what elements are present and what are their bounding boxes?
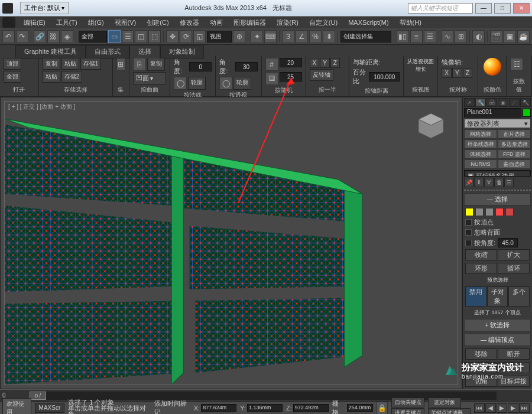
maximize-button[interactable]: □	[494, 3, 511, 14]
loop-btn[interactable]: 循环	[498, 263, 530, 274]
editvert-rollout[interactable]: — 编辑顶点	[464, 334, 531, 346]
ribbon-tab-freeform[interactable]: 自由形式	[86, 45, 129, 58]
edge-mode-icon[interactable]	[475, 208, 484, 216]
selobj-dd[interactable]: 选定对象	[428, 397, 461, 408]
by-vertex-checkbox[interactable]	[465, 219, 472, 226]
select-name-button[interactable]: ☰	[122, 30, 134, 43]
extrude-btn[interactable]: 挤出	[465, 362, 497, 373]
preview-multi-btn[interactable]: 多个	[508, 286, 530, 307]
select-button[interactable]: ▭	[108, 30, 121, 43]
all-button[interactable]: 全部	[4, 71, 21, 83]
menu-help[interactable]: 帮助(H)	[395, 17, 426, 28]
snap-button[interactable]: 3	[282, 30, 294, 43]
spinner-snap-button[interactable]: ⬍	[323, 30, 335, 43]
manipulate-button[interactable]: ✦	[251, 30, 263, 43]
color-ball-icon[interactable]	[484, 58, 501, 76]
autokey-btn[interactable]: 自动关键点	[391, 397, 424, 408]
menu-group[interactable]: 组(G)	[83, 17, 109, 28]
shrink-btn[interactable]: 收缩	[465, 249, 497, 260]
coord-y[interactable]: 1.136mm	[247, 404, 283, 412]
random-input-2[interactable]	[280, 72, 302, 82]
layers-button[interactable]: ☰	[424, 30, 436, 43]
top-button[interactable]: 顶部	[4, 58, 21, 70]
ribbon-tab-select[interactable]: 选择	[129, 45, 160, 58]
unique-icon[interactable]: ∀	[484, 178, 494, 187]
minimize-button[interactable]: —	[475, 3, 492, 14]
utilities-tab[interactable]: 🔨	[520, 98, 531, 107]
material-editor-button[interactable]: ◐	[472, 30, 485, 43]
rotate-button[interactable]: ⟳	[180, 30, 192, 43]
configure-icon[interactable]: ☰	[504, 178, 514, 187]
coord-z[interactable]: 972.492m	[293, 404, 329, 412]
by-angle-checkbox[interactable]	[465, 240, 472, 246]
angle-val-input[interactable]	[498, 238, 518, 247]
undo-button[interactable]: ↶	[2, 30, 15, 43]
show-end-icon[interactable]: Ⅱ	[474, 178, 484, 187]
modify-tab[interactable]: 🔧	[475, 98, 486, 107]
menu-views[interactable]: 视图(V)	[110, 17, 141, 28]
paste-button[interactable]: 粘贴	[61, 58, 79, 70]
flip-axis-btn[interactable]: 反转轴	[310, 69, 333, 81]
outline2-btn[interactable]: 轮廓	[233, 77, 251, 90]
welcome-tab[interactable]: 欢迎使用	[2, 398, 31, 415]
outline-btn[interactable]: 轮廓	[188, 77, 206, 90]
viewcube[interactable]	[416, 111, 446, 141]
selection-rollout[interactable]: — 选择	[464, 193, 531, 206]
menu-customize[interactable]: 自定义(U)	[304, 17, 342, 28]
goto-start-icon[interactable]: ⏮	[474, 403, 485, 413]
keyboard-button[interactable]: ⌨	[264, 30, 277, 43]
search-input[interactable]: 键入关键字或短语	[408, 3, 473, 14]
sets-icon[interactable]: ⊞	[116, 58, 125, 71]
menu-maxscript[interactable]: MAXScript(M)	[343, 18, 393, 27]
half-z[interactable]: Z	[330, 58, 340, 68]
viewport-label[interactable]: [ + ] [ 正交 ] [边面 + 边面 ]	[8, 103, 75, 111]
maxscript-tab[interactable]: MAXScr	[35, 403, 65, 413]
display-tab[interactable]: ☄	[509, 98, 520, 107]
menu-grapheditors[interactable]: 图形编辑器	[229, 17, 271, 28]
outline2-icon[interactable]: ◯	[219, 77, 232, 90]
angle-input-1[interactable]	[189, 62, 212, 71]
bind-button[interactable]: ◈	[61, 30, 73, 43]
store1-button[interactable]: 存储1	[80, 58, 102, 70]
ref-coord-dropdown[interactable]: 视图	[207, 31, 232, 43]
setkey-btn[interactable]: 设置关键点	[391, 408, 424, 414]
break-btn[interactable]: 断开	[498, 348, 530, 360]
align-button[interactable]: ≡	[410, 30, 423, 43]
close-button[interactable]: ✕	[513, 3, 530, 14]
select-region-button[interactable]: ◫	[135, 30, 147, 43]
vertex-mode-icon[interactable]	[465, 208, 473, 216]
selection-filter[interactable]: 全部	[79, 31, 107, 43]
lock-icon[interactable]: 🔒	[377, 402, 388, 415]
border-mode-icon[interactable]	[485, 208, 494, 216]
ribbon-tab-graphite[interactable]: Graphite 建模工具	[15, 45, 86, 58]
nurms-btn[interactable]: NURMS	[464, 159, 497, 169]
mesh-select-btn[interactable]: 网格选择	[464, 129, 497, 139]
redo-button[interactable]: ↷	[16, 30, 28, 43]
percent-snap-button[interactable]: %	[309, 30, 322, 43]
render-button[interactable]: ☕	[517, 30, 530, 43]
softsel-rollout[interactable]: + 软选择	[464, 319, 531, 331]
pin-stack-icon[interactable]: 📌	[464, 178, 473, 187]
ring-btn[interactable]: 环形	[465, 263, 497, 274]
play-icon[interactable]: ▶	[497, 403, 507, 413]
grow-btn[interactable]: 扩大	[498, 249, 530, 260]
create-tab[interactable]: ↗	[464, 98, 475, 107]
pivot-button[interactable]: ⊕	[233, 30, 245, 43]
modifier-stack[interactable]: ▣ 可编辑多边形 — 顶点 — 边 — 边界 — 多边形 — 元素	[464, 170, 531, 177]
target-weld-btn[interactable]: 目标焊接	[498, 376, 530, 387]
copy-button[interactable]: 复制	[43, 58, 60, 70]
menu-rendering[interactable]: 渲染(R)	[272, 17, 303, 28]
ribbon-tab-objectpaint[interactable]: 对象绘制	[160, 45, 204, 58]
vol-select-btn[interactable]: 体积选择	[464, 149, 497, 159]
window-crossing-button[interactable]: ⬚	[148, 30, 161, 43]
element-mode-icon[interactable]	[505, 208, 514, 216]
surface-sel-btn[interactable]: 曲面选择	[498, 159, 531, 169]
scale-button[interactable]: ◱	[193, 30, 206, 43]
viewport[interactable]: [ + ] [ 正交 ] [边面 + 边面 ]	[0, 97, 462, 389]
poly-select-btn[interactable]: 多边形选择	[498, 139, 531, 149]
store2-button[interactable]: 存储2	[61, 71, 83, 83]
copy-icon[interactable]: ⎘	[133, 58, 146, 71]
menu-create[interactable]: 创建(C)	[142, 17, 173, 28]
spline-select-btn[interactable]: 样条线选择	[464, 139, 497, 149]
preview-off-btn[interactable]: 禁用	[465, 286, 486, 307]
